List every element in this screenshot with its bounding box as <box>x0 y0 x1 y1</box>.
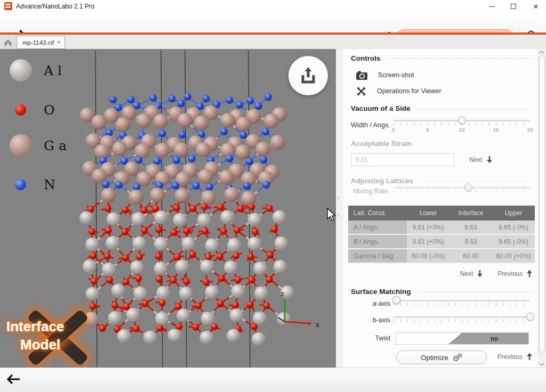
al-atom-swatch <box>10 59 32 81</box>
table-cell: 9.61 (+0%) <box>407 235 449 249</box>
table-header: Interface <box>449 206 492 220</box>
lattices-title: Adjusting Lattices <box>351 177 413 185</box>
legend-item-n: N <box>15 177 55 192</box>
table-cell: 9.63 <box>449 235 492 249</box>
strain-next-button[interactable]: Next <box>469 156 493 164</box>
z-axis-label: z <box>280 290 284 298</box>
legend-label-n: N <box>44 177 55 192</box>
back-button[interactable] <box>5 373 21 386</box>
legend-item-al: A l <box>10 59 62 81</box>
controls-section-header: Controls <box>351 54 533 62</box>
arrow-down-icon <box>476 270 484 277</box>
tab-mp-1143[interactable]: mp-1143.cif × <box>17 36 65 49</box>
tab-label: mp-1143.cif <box>22 39 54 46</box>
table-nav-row: Next Previous <box>460 270 533 277</box>
upload-icon <box>299 66 318 85</box>
expand-right-icon[interactable]: › <box>338 212 340 218</box>
screenshot-label: Screen-shot <box>378 71 414 79</box>
vacuum-slider-thumb[interactable] <box>458 116 466 124</box>
vacuum-width-label: Width / Angs. <box>351 121 390 129</box>
scrollbar-thumb[interactable] <box>539 55 545 353</box>
arrow-down-icon <box>486 156 493 164</box>
scroll-up-icon[interactable] <box>539 50 544 54</box>
gears-icon <box>453 353 462 362</box>
table-cell: 9.65 (-0%) <box>492 220 535 235</box>
strain-title: Acceptable Strain <box>351 140 412 148</box>
b-axis-slider-thumb[interactable] <box>526 313 534 321</box>
n-atom-swatch <box>15 179 26 190</box>
legend-label-ga: G a <box>44 138 67 153</box>
home-icon <box>3 38 13 46</box>
controls-title: Controls <box>351 54 381 62</box>
legend-item-ga: G a <box>10 134 67 157</box>
table-cell: 9.63 <box>449 220 492 235</box>
b-axis-slider[interactable] <box>394 314 530 323</box>
a-axis-slider-thumb[interactable] <box>392 296 400 304</box>
export-button[interactable] <box>288 56 328 95</box>
previous-button[interactable]: Previous <box>497 270 533 277</box>
home-button[interactable] <box>0 35 16 49</box>
surface-previous-button[interactable]: Previous <box>497 353 533 361</box>
minimize-icon <box>489 6 495 7</box>
scroll-down-icon[interactable] <box>539 362 544 366</box>
lattices-section-header: Adjusting Lattices <box>351 177 533 185</box>
ga-atom-swatch <box>10 134 32 157</box>
app-logo-icon <box>4 2 12 10</box>
vacuum-tick-labels: 0 5 10 15 20 <box>394 127 530 133</box>
table-row-label: A / Angs. <box>348 220 407 235</box>
b-axis-label: b-axis <box>343 316 390 324</box>
structure-viewer[interactable]: A l O G a N z x Interface Model <box>0 49 336 368</box>
maximize-icon <box>511 4 516 9</box>
logo-line1: Interface <box>6 318 64 335</box>
table-row-label: B / Angs. <box>348 235 407 249</box>
legend-label-al: A l <box>44 63 62 78</box>
twist-toggle[interactable]: no <box>396 332 529 345</box>
window-title: Advance/NanoLabo 2.1 Pro <box>16 3 94 10</box>
vacuum-section-header: Vacuum of a Side <box>351 104 533 112</box>
bottom-bar <box>0 368 546 392</box>
optimize-button[interactable]: Optimize <box>396 350 487 364</box>
lattice-constants-table: Latt. Const. Lower Interface Upper A / A… <box>348 206 535 264</box>
screenshot-button[interactable]: Screen-shot <box>356 69 414 81</box>
collapse-left-icon[interactable]: ‹ <box>338 194 340 200</box>
table-header: Lower <box>407 206 449 220</box>
mixing-rate-label: Mixing Rate <box>353 187 388 195</box>
table-cell: 60.00 (-0%) <box>407 249 449 264</box>
a-axis-label: a-axis <box>343 300 390 307</box>
operations-for-viewer-button[interactable]: Operations for Viewer <box>356 85 441 97</box>
logo-line2: Model <box>20 337 60 353</box>
twist-label: Twist <box>343 334 390 342</box>
table-cell: 9.61 (+0%) <box>407 220 449 235</box>
vacuum-width-slider[interactable] <box>394 117 530 127</box>
tab-close-icon[interactable]: × <box>57 39 60 45</box>
next-button[interactable]: Next <box>460 270 484 277</box>
close-icon: ✕ <box>533 3 539 11</box>
strain-input[interactable] <box>351 153 454 166</box>
mouse-cursor <box>326 208 337 223</box>
operations-label: Operations for Viewer <box>377 87 441 95</box>
surface-title: Surface Matching <box>351 288 411 296</box>
tab-strip <box>0 35 546 49</box>
main-toolbar: Materials Finder <box>0 13 546 32</box>
o-atom-swatch <box>15 104 26 116</box>
minimize-button[interactable] <box>483 0 501 13</box>
close-button[interactable]: ✕ <box>527 0 545 13</box>
viewer-operations-icon <box>356 86 366 96</box>
twist-state: no <box>448 333 528 344</box>
surface-section-header: Surface Matching <box>351 288 533 296</box>
table-row-label: Gamma / Deg. <box>348 249 407 264</box>
table-header: Upper <box>492 206 535 220</box>
panel-divider: ‹ › <box>336 49 343 368</box>
table-header: Latt. Const. <box>348 206 407 220</box>
table-cell: 60.00 (+0%) <box>492 249 535 264</box>
mixing-rate-slider[interactable] <box>394 184 530 194</box>
maximize-button[interactable] <box>504 0 523 13</box>
x-axis-label: x <box>316 321 319 329</box>
table-cell: 60.00 <box>449 249 492 264</box>
vacuum-title: Vacuum of a Side <box>351 104 411 112</box>
panel-scrollbar[interactable] <box>537 49 546 368</box>
title-bar: Advance/NanoLabo 2.1 Pro ✕ <box>0 0 546 13</box>
interface-model-logo: Interface Model <box>3 314 110 363</box>
a-axis-slider[interactable] <box>394 297 530 307</box>
legend-label-o: O <box>44 102 55 118</box>
